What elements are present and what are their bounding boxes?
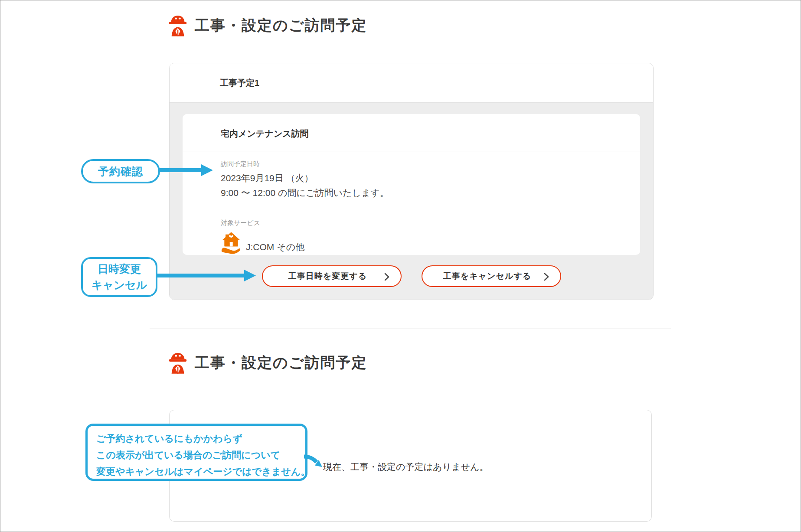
change-cancel-line2: キャンセル — [92, 277, 147, 293]
cancel-work-button[interactable]: 工事をキャンセルする — [422, 265, 561, 287]
visit-date: 2023年9月19日 （火） — [221, 171, 602, 186]
arrow-right-icon — [158, 163, 213, 179]
page: 工事・設定のご訪問予定 工事予定1 宅内メンテナンス訪問 訪問予定日時 2023… — [0, 0, 801, 532]
visit-type-title: 宅内メンテナンス訪問 — [183, 114, 640, 151]
section2-title: 工事・設定のご訪問予定 — [195, 353, 367, 373]
service-name: J:COM その他 — [246, 241, 304, 255]
section-divider — [150, 329, 671, 329]
service-row: J:COM その他 — [221, 232, 602, 255]
change-cancel-callout: 日時変更 キャンセル — [81, 257, 157, 297]
arrow-bent-icon — [304, 453, 325, 473]
visit-time-note: 9:00 〜 12:00 の間にご訪問いたします。 — [221, 186, 602, 200]
empty-state-note-callout: ご予約されているにもかかわらず この表示が出ている場合のご訪問について 変更やキ… — [85, 424, 307, 481]
change-datetime-button[interactable]: 工事日時を変更する — [262, 265, 402, 287]
note-line1: ご予約されているにもかかわらず — [96, 431, 242, 447]
chevron-right-icon — [544, 273, 549, 283]
field-divider — [221, 211, 602, 211]
visit-detail-content: 訪問予定日時 2023年9月19日 （火） 9:00 〜 12:00 の間にご訪… — [183, 151, 640, 255]
visit-detail-card: 宅内メンテナンス訪問 訪問予定日時 2023年9月19日 （火） 9:00 〜 … — [183, 114, 640, 255]
section1-header: 工事・設定のご訪問予定 — [168, 13, 367, 39]
section2-header: 工事・設定のご訪問予定 — [168, 350, 367, 376]
change-cancel-line1: 日時変更 — [98, 261, 141, 277]
visit-card-header: 工事予定1 — [170, 63, 653, 102]
note-line3: 変更やキャンセルはマイページではできません。 — [96, 463, 310, 480]
arrow-right-icon — [156, 268, 256, 284]
visit-datetime-label: 訪問予定日時 — [221, 160, 602, 168]
visit-schedule-card: 工事予定1 宅内メンテナンス訪問 訪問予定日時 2023年9月19日 （火） 9… — [169, 63, 654, 300]
reservation-check-callout: 予約確認 — [81, 159, 160, 183]
cancel-work-label: 工事をキャンセルする — [443, 271, 539, 282]
house-in-hand-icon — [221, 232, 242, 255]
change-datetime-label: 工事日時を変更する — [288, 271, 375, 282]
worker-icon — [168, 350, 188, 376]
chevron-right-icon — [384, 273, 389, 283]
note-line2: この表示が出ている場合のご訪問について — [96, 447, 280, 463]
section1-title: 工事・設定のご訪問予定 — [195, 16, 367, 36]
service-label: 対象サービス — [221, 219, 602, 227]
empty-schedule-message: 現在、工事・設定の予定はありません。 — [323, 461, 488, 473]
worker-icon — [168, 13, 188, 39]
